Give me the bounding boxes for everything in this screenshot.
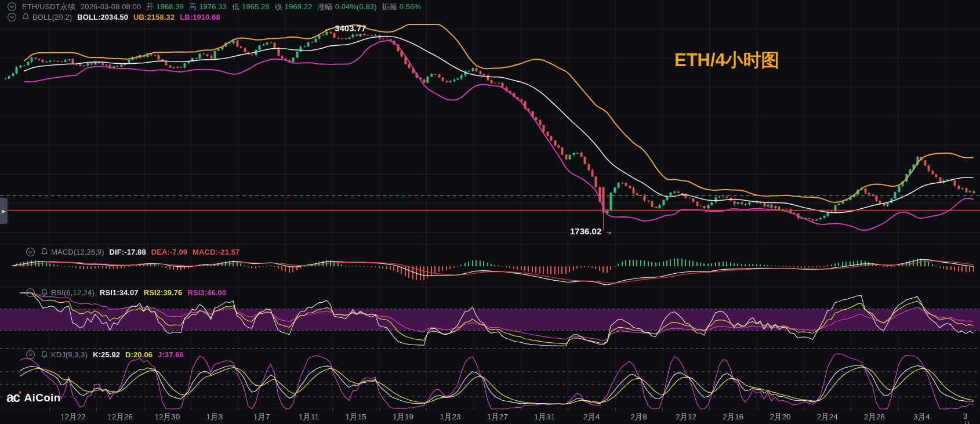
kdj-j-value: J:37.66 [158,350,184,359]
x-axis-label: 2月28 [864,412,885,422]
x-axis-label: 1月19 [393,412,413,422]
x-axis-label: 3月8 [963,412,974,424]
high-field: 高1976.33 [189,2,227,12]
session-low-annotation: 1736.02 → [570,226,612,236]
alert-bell-icon[interactable] [41,248,48,256]
change-label: 涨幅 [318,2,333,12]
chart-watermark: ETH/4小时图 [674,48,779,73]
x-axis-label: 12月26 [108,412,133,422]
collapse-chevron-icon[interactable] [26,288,35,298]
x-axis-label: 1月31 [534,412,555,422]
x-axis-label: 1月23 [440,412,460,422]
symbol-header-row: ETH/USDT永续 2026-03-08 08:00 开1968.39 高19… [7,2,426,12]
symbol-name: ETH/USDT永续 [22,2,75,12]
open-value: 1968.39 [156,2,184,11]
collapse-chevron-icon[interactable] [26,247,35,257]
panel-expand-handle[interactable]: ▶ [0,198,8,224]
kdj-indicator-row: KDJ(9,3,3) K:25.92 D:20.06 J:37.66 [26,350,189,360]
low-field: 低1965.28 [232,2,270,12]
rsi2-value: RSI2:39.76 [144,288,183,297]
high-label: 高 [189,2,197,12]
x-axis-label: 2月20 [770,412,790,422]
boll-name: BOLL(20,2) [32,13,72,21]
change-value: 0.04%(0.83) [335,2,377,11]
alert-bell-icon[interactable] [41,350,48,359]
chart-canvas[interactable] [0,0,980,424]
alert-bell-icon[interactable] [41,288,48,297]
x-axis-label: 2月12 [676,412,696,422]
x-axis-label: 12月22 [60,412,86,422]
candle-datetime: 2026-03-08 08:00 [81,2,141,11]
x-axis-label: 1月11 [299,412,319,422]
collapse-chevron-icon[interactable] [7,2,17,12]
x-axis-label: 1月15 [346,412,366,422]
trading-chart-app: ETH/USDT永续 2026-03-08 08:00 开1968.39 高19… [0,0,980,424]
rsi1-value: RSI1:34.07 [100,288,139,297]
x-axis: 12月2212月2612月301月31月71月111月151月191月231月2… [0,411,980,424]
macd-indicator-row: MACD(12,26,9) DIF:-17.88 DEA:-7.09 MACD:… [26,247,245,257]
x-axis-label: 1月27 [487,412,508,422]
amplitude-value: 0.56% [400,2,421,11]
x-axis-label: 2月16 [723,412,743,422]
rsi3-value: RSI3:46.00 [187,288,226,297]
kdj-k-value: K:25.92 [93,350,120,359]
low-label: 低 [232,2,239,12]
boll-mid-value: BOLL:2034.50 [77,13,128,21]
boll-ub-value: UB:2158.32 [133,13,175,21]
right-arrow-icon: ▶ [2,208,6,214]
amplitude-field: 振幅0.56% [382,2,422,12]
aicoin-logo-text: AiCoin [24,392,61,404]
boll-indicator-row: BOLL(20,2) BOLL:2034.50 UB:2158.32 LB:19… [7,12,226,22]
macd-dea-value: DEA:-7.09 [151,248,187,256]
x-axis-label: 2月24 [817,412,838,422]
aicoin-logo: ac AiCoin [6,390,61,405]
macd-hist-value: MACD:-21.57 [193,248,239,256]
x-axis-label: 12月30 [155,412,180,422]
close-value: 1969.22 [285,2,313,11]
collapse-chevron-icon[interactable] [26,350,35,360]
close-label: 收 [275,2,282,12]
high-value: 1976.33 [199,2,227,11]
aicoin-logo-mark: ac [6,390,20,405]
close-field: 收1969.22 [275,2,313,12]
macd-dif-value: DIF:-17.88 [110,248,146,256]
rsi-indicator-row: RSI(6,12,24) RSI1:34.07 RSI2:39.76 RSI3:… [26,288,231,298]
x-axis-label: 1月3 [206,412,223,422]
macd-name: MACD(12,26,9) [51,248,104,256]
open-field: 开1968.39 [146,2,184,12]
logo-dot [19,391,21,394]
kdj-name: KDJ(9,3,3) [51,350,88,359]
rsi-name: RSI(6,12,24) [51,288,95,297]
low-value: 1965.28 [242,2,270,11]
alert-bell-icon[interactable] [22,13,30,21]
x-axis-label: 2月8 [630,412,647,422]
open-label: 开 [146,2,154,12]
x-axis-label: 2月4 [583,412,600,422]
collapse-chevron-icon[interactable] [7,12,17,22]
amplitude-label: 振幅 [382,2,397,12]
x-axis-label: 3月4 [913,412,930,422]
change-field: 涨幅0.04%(0.83) [318,2,377,12]
boll-lb-value: LB:1910.68 [180,13,220,21]
kdj-d-value: D:20.06 [125,350,153,359]
session-high-annotation: ← 3403.77 [324,23,366,33]
x-axis-label: 1月7 [253,412,270,422]
